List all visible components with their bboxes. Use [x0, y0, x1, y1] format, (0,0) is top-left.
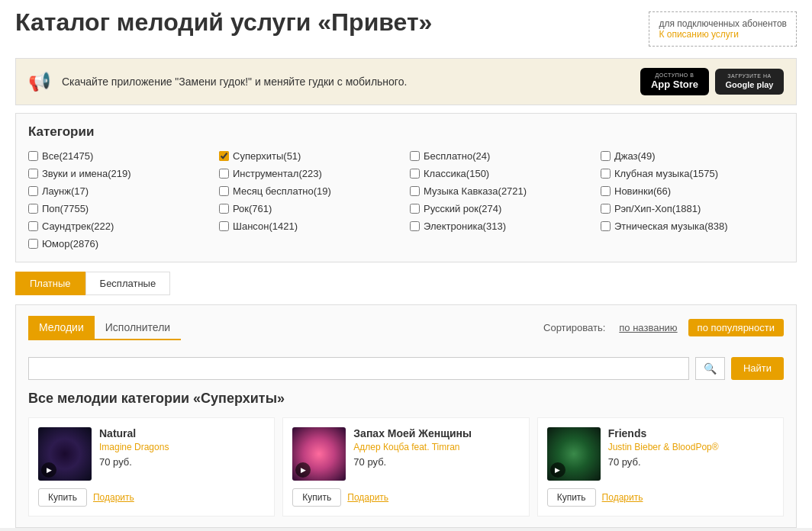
app-store-sub: Доступно в [656, 72, 694, 79]
category-label: Русский рок(274) [424, 203, 501, 214]
content-tab-исполнители[interactable]: Исполнители [95, 316, 181, 339]
category-label: Звуки и имена(219) [42, 168, 131, 179]
category-item[interactable]: Лаунж(17) [28, 184, 211, 198]
sort-label: Сортировать: [543, 322, 605, 333]
filter-tab-платные[interactable]: Платные [15, 272, 85, 295]
song-artist[interactable]: Justin Bieber & BloodPop® [608, 442, 774, 452]
sort-buttons: по названиюпо популярности [613, 319, 784, 336]
category-item[interactable]: Клубная музыка(1575) [601, 166, 784, 181]
category-checkbox[interactable] [28, 169, 38, 179]
search-button[interactable]: Найти [731, 357, 784, 380]
song-actions: КупитьПодарить [38, 488, 265, 507]
category-label: Классика(150) [424, 168, 489, 179]
category-item[interactable]: Новинки(66) [601, 184, 784, 198]
sort-area: Сортировать: по названиюпо популярности [543, 319, 784, 336]
search-icon-button[interactable]: 🔍 [695, 357, 725, 380]
category-item[interactable]: Рэп/Хип-Хоп(1881) [601, 201, 784, 216]
category-checkbox[interactable] [28, 239, 38, 249]
buy-button[interactable]: Купить [38, 488, 87, 507]
categories-grid: Все(21475)Суперхиты(51)Бесплатно(24)Джаз… [28, 149, 784, 251]
category-label: Инструментал(223) [233, 168, 322, 179]
filter-tabs: ПлатныеБесплатные [15, 272, 797, 295]
song-artist[interactable]: Imagine Dragons [99, 442, 265, 452]
category-item[interactable]: Суперхиты(51) [219, 149, 402, 163]
song-artist[interactable]: Адлер Коцба feat. Timran [353, 442, 519, 452]
app-store-badge[interactable]: Доступно в App Store [640, 68, 709, 95]
content-tab-мелодии[interactable]: Мелодии [28, 316, 95, 339]
category-checkbox[interactable] [410, 221, 420, 231]
category-item[interactable]: Русский рок(274) [410, 201, 593, 216]
category-checkbox[interactable] [410, 186, 420, 196]
category-item[interactable]: Поп(7755) [28, 201, 211, 216]
category-item[interactable]: Шансон(1421) [219, 219, 402, 233]
google-play-sub: ЗАГРУЗИТЕ НА [727, 72, 771, 79]
category-item[interactable]: Звуки и имена(219) [28, 166, 211, 181]
category-checkbox[interactable] [219, 169, 229, 179]
play-button[interactable]: ▶ [41, 462, 56, 478]
promo-banner: 📢 Скачайте приложение "Замени гудок!" и … [15, 58, 797, 105]
category-label: Все(21475) [42, 150, 93, 162]
categories-title: Категории [28, 124, 784, 140]
category-checkbox[interactable] [219, 186, 229, 196]
service-link[interactable]: К описанию услуги [659, 29, 738, 40]
banner-text: Скачайте приложение "Замени гудок!" и ме… [62, 76, 630, 88]
gift-button[interactable]: Подарить [93, 492, 134, 503]
content-tabs: МелодииИсполнители [28, 316, 181, 340]
category-checkbox[interactable] [601, 169, 611, 179]
play-button[interactable]: ▶ [295, 462, 311, 478]
category-item[interactable]: Саундтрек(222) [28, 219, 211, 233]
category-item[interactable]: Этническая музыка(838) [601, 219, 784, 233]
category-item[interactable]: Электроника(313) [410, 219, 593, 233]
song-card: ▶NaturalImagine Dragons70 руб.КупитьПода… [28, 417, 275, 517]
service-info: для подключенных абонентов К описанию ус… [649, 11, 797, 47]
song-price: 70 руб. [99, 456, 265, 468]
category-item[interactable]: Месяц бесплатно(19) [219, 184, 402, 198]
category-checkbox[interactable] [601, 186, 611, 196]
buy-button[interactable]: Купить [292, 488, 341, 507]
play-button[interactable]: ▶ [550, 462, 566, 478]
category-label: Саундтрек(222) [42, 220, 114, 232]
category-checkbox[interactable] [28, 186, 38, 196]
song-card-top: ▶Запах Моей ЖенщиныАдлер Коцба feat. Tim… [292, 427, 519, 481]
category-checkbox[interactable] [410, 151, 420, 161]
category-item[interactable]: Все(21475) [28, 149, 211, 163]
google-play-badge[interactable]: ЗАГРУЗИТЕ НА Google play [715, 69, 784, 94]
category-item[interactable]: Музыка Кавказа(2721) [410, 184, 593, 198]
category-checkbox[interactable] [601, 204, 611, 214]
sort-btn-1[interactable]: по популярности [688, 319, 784, 336]
sort-btn-0[interactable]: по названию [613, 319, 683, 336]
category-item[interactable]: Классика(150) [410, 166, 593, 181]
category-checkbox[interactable] [219, 204, 229, 214]
category-item[interactable]: Инструментал(223) [219, 166, 402, 181]
speaker-icon: 📢 [28, 71, 51, 92]
song-thumbnail: ▶ [292, 427, 346, 481]
category-label: Шансон(1421) [233, 220, 298, 232]
category-item[interactable]: Бесплатно(24) [410, 149, 593, 163]
search-area: 🔍 Найти [28, 357, 784, 380]
category-checkbox[interactable] [28, 221, 38, 231]
category-label: Юмор(2876) [42, 238, 98, 249]
category-label: Лаунж(17) [42, 185, 89, 197]
category-label: Джаз(49) [614, 150, 656, 162]
search-input[interactable] [28, 357, 689, 380]
song-card: ▶Запах Моей ЖенщиныАдлер Коцба feat. Tim… [282, 417, 529, 517]
category-checkbox[interactable] [28, 151, 38, 161]
category-label: Поп(7755) [42, 203, 89, 214]
category-label: Месяц бесплатно(19) [233, 185, 331, 197]
category-label: Бесплатно(24) [424, 150, 490, 162]
category-label: Клубная музыка(1575) [614, 168, 718, 179]
filter-tab-бесплатные[interactable]: Бесплатные [85, 272, 171, 295]
buy-button[interactable]: Купить [547, 488, 596, 507]
category-item[interactable]: Джаз(49) [601, 149, 784, 163]
category-checkbox[interactable] [219, 221, 229, 231]
category-checkbox[interactable] [410, 169, 420, 179]
category-item[interactable]: Юмор(2876) [28, 237, 211, 251]
category-checkbox[interactable] [601, 151, 611, 161]
category-checkbox[interactable] [28, 204, 38, 214]
category-checkbox[interactable] [410, 204, 420, 214]
gift-button[interactable]: Подарить [602, 492, 643, 503]
category-item[interactable]: Рок(761) [219, 201, 402, 216]
gift-button[interactable]: Подарить [347, 492, 388, 503]
category-checkbox[interactable] [219, 151, 229, 161]
category-checkbox[interactable] [601, 221, 611, 231]
